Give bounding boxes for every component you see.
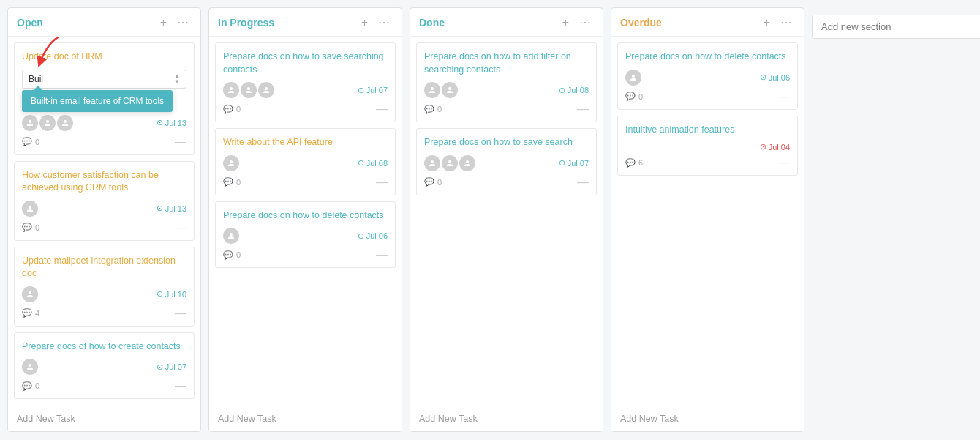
date-badge-t1: ⊙ Jul 13: [157, 118, 186, 127]
date-badge-t6: ⊙ Jul 08: [358, 158, 388, 168]
column-open: Open + ⋯ Update doc of HRM: [7, 7, 201, 432]
comment-num: 0: [236, 250, 241, 259]
clock-icon: ⊙: [157, 204, 163, 213]
task-card-t8[interactable]: Prepare docs on how to add filter on sea…: [416, 42, 597, 122]
task-card-t11[interactable]: Intuitive animation features ⊙ Jul 04 💬 …: [617, 116, 798, 176]
comment-icon: 💬: [424, 105, 434, 114]
task-meta-t10: ⊙ Jul 06: [625, 70, 790, 86]
column-body-in-progress: Prepare docs on how to save searching co…: [209, 37, 402, 406]
task-title-t4[interactable]: Prepare docs of how to create contacts: [22, 340, 186, 354]
task-title-t6[interactable]: Write about the API feature: [223, 136, 388, 149]
task-footer-t7: 💬 0 —: [223, 248, 388, 261]
comment-num: 0: [35, 381, 39, 390]
avatar: [223, 228, 239, 244]
new-section-input[interactable]: [812, 15, 980, 39]
task-card-t4[interactable]: Prepare docs of how to create contacts ⊙…: [14, 332, 195, 400]
task-title-t10[interactable]: Prepare docs on how to delete contacts: [625, 51, 790, 64]
task-card-t5[interactable]: Prepare docs on how to save searching co…: [215, 42, 396, 122]
comment-icon: 💬: [22, 223, 32, 232]
comment-icon: 💬: [424, 177, 434, 187]
clock-icon: ⊙: [157, 289, 163, 299]
collapse-btn-t5[interactable]: —: [376, 102, 388, 116]
collapse-btn-t7[interactable]: —: [376, 248, 388, 261]
collapse-btn-t2[interactable]: —: [175, 221, 186, 234]
task-card-t1[interactable]: Update doc of HRM Buil: [14, 42, 195, 155]
add-task-btn-open[interactable]: Add New Task: [8, 406, 200, 431]
add-task-btn-in-progress[interactable]: Add New Task: [209, 406, 402, 431]
comment-count-t3: 💬 4: [22, 308, 39, 318]
collapse-btn-t1[interactable]: —: [175, 135, 186, 149]
collapse-btn-t9[interactable]: —: [577, 176, 589, 189]
task-card-t6[interactable]: Write about the API feature ⊙ Jul 08 💬 0: [215, 128, 396, 195]
scroll-arrows: ▲▼: [174, 73, 180, 85]
clock-icon: ⊙: [358, 231, 364, 241]
comment-count-t11: 💬 6: [625, 158, 643, 168]
task-card-t10[interactable]: Prepare docs on how to delete contacts ⊙…: [617, 42, 798, 110]
task-title-t7[interactable]: Prepare docs on how to delete contacts: [223, 209, 388, 223]
avatar: [22, 115, 38, 131]
dropdown-input[interactable]: Buil ▲▼: [22, 70, 186, 89]
collapse-btn-t3[interactable]: —: [175, 307, 186, 320]
clock-icon: ⊙: [358, 86, 364, 95]
add-task-header-btn-overdue[interactable]: +: [761, 15, 773, 30]
comment-num: 6: [638, 158, 643, 167]
task-title-t1[interactable]: Update doc of HRM: [22, 51, 186, 64]
date-badge-t9: ⊙ Jul 07: [559, 158, 589, 168]
column-done: Done + ⋯ Prepare docs on how to add filt…: [410, 7, 603, 432]
avatar: [442, 155, 458, 171]
date-text-t5: Jul 07: [366, 86, 388, 94]
collapse-btn-t6[interactable]: —: [376, 176, 388, 189]
task-footer-t3: 💬 4 —: [22, 307, 186, 320]
add-task-label-done: Add New Task: [419, 414, 478, 424]
task-meta-t9: ⊙ Jul 07: [424, 155, 589, 171]
task-title-t5[interactable]: Prepare docs on how to save searching co…: [223, 51, 388, 76]
column-menu-btn-in-progress[interactable]: ⋯: [375, 15, 393, 30]
task-card-t3[interactable]: Update mailpoet integration extension do…: [14, 247, 195, 327]
comment-icon: 💬: [223, 250, 233, 260]
collapse-btn-t4[interactable]: —: [175, 379, 186, 392]
task-title-t3[interactable]: Update mailpoet integration extension do…: [22, 255, 186, 280]
comment-icon: 💬: [223, 177, 233, 187]
avatar: [424, 155, 440, 171]
task-title-t2[interactable]: How customer satisfaction can be achieve…: [22, 169, 186, 195]
date-text-t3: Jul 10: [165, 290, 186, 299]
collapse-btn-t10[interactable]: —: [778, 90, 790, 103]
date-text-t4: Jul 07: [165, 362, 186, 371]
comment-num: 4: [35, 309, 39, 318]
column-menu-btn-done[interactable]: ⋯: [576, 15, 594, 30]
task-card-t9[interactable]: Prepare docs on how to save search ⊙ Jul…: [416, 128, 597, 195]
task-footer-t9: 💬 0 —: [424, 176, 589, 189]
add-task-btn-done[interactable]: Add New Task: [410, 406, 603, 431]
comment-icon: 💬: [22, 381, 32, 391]
comment-num: 0: [638, 92, 643, 101]
task-title-t8[interactable]: Prepare docs on how to add filter on sea…: [424, 51, 589, 76]
kanban-board: Open + ⋯ Update doc of HRM: [0, 0, 980, 440]
task-title-t9[interactable]: Prepare docs on how to save search: [424, 136, 589, 149]
collapse-btn-t8[interactable]: —: [577, 102, 589, 116]
date-badge-t11: ⊙ Jul 04: [760, 142, 790, 152]
add-task-btn-overdue[interactable]: Add New Task: [611, 406, 804, 431]
column-title-in-progress: In Progress: [218, 17, 274, 29]
clock-icon: ⊙: [559, 158, 565, 168]
tooltip-container: Buil ▲▼ Built-in email feature of CRM to…: [22, 70, 186, 89]
avatar: [625, 70, 641, 86]
task-card-t2[interactable]: How customer satisfaction can be achieve…: [14, 161, 195, 241]
task-card-t7[interactable]: Prepare docs on how to delete contacts ⊙…: [215, 201, 396, 269]
comment-num: 0: [437, 105, 442, 113]
task-footer-t10: 💬 0 —: [625, 90, 790, 103]
add-task-header-btn-in-progress[interactable]: +: [358, 15, 371, 30]
avatar: [442, 82, 458, 98]
new-section-column: [812, 7, 980, 433]
task-title-t11[interactable]: Intuitive animation features: [625, 124, 790, 137]
date-text-t2: Jul 13: [165, 204, 186, 213]
date-badge-t5: ⊙ Jul 07: [358, 86, 388, 95]
add-task-header-btn-open[interactable]: +: [157, 15, 170, 30]
date-badge-t8: ⊙ Jul 08: [559, 86, 589, 95]
clock-icon: ⊙: [559, 86, 565, 95]
avatars-t2: [22, 201, 38, 217]
column-menu-btn-open[interactable]: ⋯: [174, 15, 192, 30]
date-text-t11: Jul 04: [769, 143, 790, 152]
collapse-btn-t11[interactable]: —: [778, 156, 790, 169]
column-menu-btn-overdue[interactable]: ⋯: [777, 15, 795, 30]
add-task-header-btn-done[interactable]: +: [559, 15, 572, 30]
